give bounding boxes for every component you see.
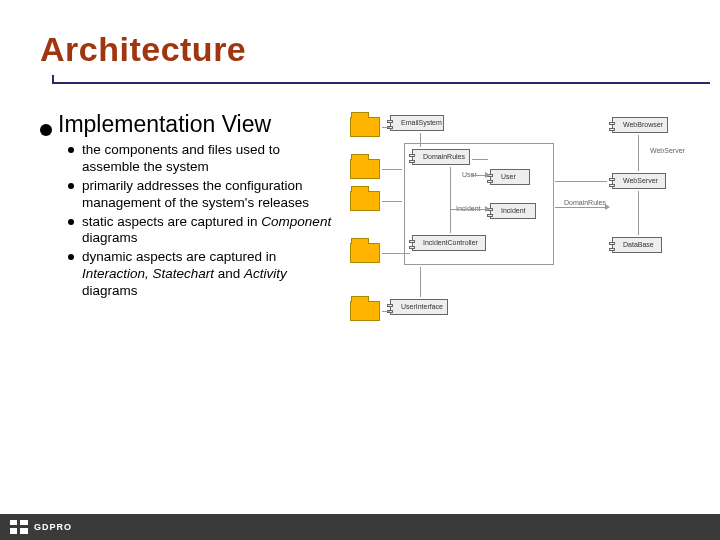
package-icon [350,191,380,211]
sub-bullet-list: the components and files used to assembl… [68,142,340,300]
connector [638,191,639,235]
connector [450,167,451,233]
text-run: dynamic aspects are captured in [82,249,276,264]
footer-bar: GDPRO [0,514,720,540]
text-run: diagrams [82,283,138,298]
package-icon [350,301,380,321]
arrow-icon [485,172,490,178]
connector [382,253,410,254]
connector [450,209,488,210]
text-run: static aspects are captured in [82,214,261,229]
connector [382,169,402,170]
list-item-text: dynamic aspects are captured in Interact… [82,249,340,300]
component-controller: IncidentController [412,235,486,251]
slide-title: Architecture [40,30,680,69]
connector [420,267,421,297]
connector [382,127,390,128]
package-icon [350,243,380,263]
list-item-text: static aspects are captured in Component… [82,214,340,248]
package-icon [350,159,380,179]
list-item-text: primarily addresses the configuration ma… [82,178,340,212]
component-browser: WebBrowser [612,117,668,133]
text-column: Implementation View the components and f… [40,111,340,341]
text-emphasis: Component [261,214,331,229]
title-rule-tick [52,75,54,82]
bullet-dot-icon [40,124,52,136]
list-item: primarily addresses the configuration ma… [68,178,340,212]
component-user: User [490,169,530,185]
footer-brand: GDPRO [34,522,72,532]
text-run: diagrams [82,230,138,245]
component-webserver: WebServer [612,173,666,189]
edge-label: WebServer [650,147,685,154]
connector [555,181,607,182]
connector [420,133,421,147]
diagram: DomainRules User Incident IncidentContro… [350,111,680,341]
title-rule [52,82,710,84]
main-bullet-text: Implementation View [58,111,271,138]
component-incident: Incident [490,203,536,219]
logo-icon [10,520,28,534]
arrow-icon [605,204,610,210]
connector [382,311,390,312]
bullet-dot-icon [68,183,74,189]
main-bullet: Implementation View [40,111,340,138]
connector [555,207,607,208]
bullet-dot-icon [68,147,74,153]
component-domainrules: DomainRules [412,149,470,165]
content-row: Implementation View the components and f… [40,111,680,341]
text-emphasis: Interaction, Statechart [82,266,214,281]
footer-logo: GDPRO [10,520,72,534]
connector [472,159,488,160]
arrow-icon [485,206,490,212]
component-ui: UserInterface [390,299,448,315]
component-database: DataBase [612,237,662,253]
list-item: dynamic aspects are captured in Interact… [68,249,340,300]
edge-label: DomainRules [564,199,606,206]
list-item: static aspects are captured in Component… [68,214,340,248]
list-item-text: the components and files used to assembl… [82,142,340,176]
list-item: the components and files used to assembl… [68,142,340,176]
connector [382,201,402,202]
slide: Architecture Implementation View the com… [0,0,720,540]
bullet-dot-icon [68,219,74,225]
connector [638,135,639,171]
component-email: EmailSystem [390,115,444,131]
text-run: and [214,266,244,281]
bullet-dot-icon [68,254,74,260]
diagram-stage: DomainRules User Incident IncidentContro… [350,111,680,341]
text-emphasis: Activity [244,266,287,281]
package-icon [350,117,380,137]
